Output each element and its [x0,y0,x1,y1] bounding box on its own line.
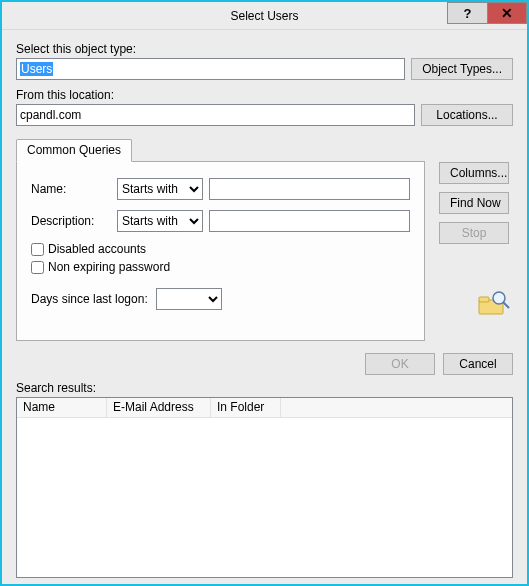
object-type-label: Select this object type: [16,42,513,56]
description-input[interactable] [209,210,410,232]
svg-line-3 [503,302,509,308]
column-header-email[interactable]: E-Mail Address [107,398,211,417]
days-since-logon-combo[interactable] [156,288,222,310]
tab-common-queries[interactable]: Common Queries [16,139,132,162]
search-results-list[interactable]: Name E-Mail Address In Folder [16,397,513,578]
column-header-spacer [281,398,512,417]
disabled-accounts-label: Disabled accounts [48,242,146,256]
stop-button[interactable]: Stop [439,222,509,244]
search-results-label: Search results: [16,381,513,395]
common-queries-panel: Name: Starts with Description: Starts wi… [16,161,425,341]
locations-button[interactable]: Locations... [421,104,513,126]
disabled-accounts-checkbox[interactable] [31,243,44,256]
ok-button[interactable]: OK [365,353,435,375]
object-type-value: Users [20,62,53,76]
columns-button[interactable]: Columns... [439,162,509,184]
client-area: Select this object type: Users Object Ty… [2,30,527,584]
name-input[interactable] [209,178,410,200]
svg-rect-1 [479,297,489,302]
cancel-button[interactable]: Cancel [443,353,513,375]
titlebar-buttons: ? ✕ [447,2,527,24]
find-now-button[interactable]: Find Now [439,192,509,214]
search-folder-icon [473,288,513,318]
location-value: cpandl.com [20,108,81,122]
name-match-combo[interactable]: Starts with [117,178,203,200]
object-type-field[interactable]: Users [16,58,405,80]
name-label: Name: [31,182,111,196]
close-button[interactable]: ✕ [487,2,527,24]
help-button[interactable]: ? [447,2,487,24]
location-field[interactable]: cpandl.com [16,104,415,126]
results-body [17,418,512,577]
column-header-folder[interactable]: In Folder [211,398,281,417]
days-since-logon-label: Days since last logon: [31,292,148,306]
location-label: From this location: [16,88,513,102]
select-users-dialog: Select Users ? ✕ Select this object type… [0,0,529,586]
object-types-button[interactable]: Object Types... [411,58,513,80]
non-expiring-password-checkbox[interactable] [31,261,44,274]
title-bar: Select Users ? ✕ [2,2,527,30]
description-label: Description: [31,214,111,228]
non-expiring-password-label: Non expiring password [48,260,170,274]
description-match-combo[interactable]: Starts with [117,210,203,232]
window-title: Select Users [230,9,298,23]
results-header: Name E-Mail Address In Folder [17,398,512,418]
column-header-name[interactable]: Name [17,398,107,417]
